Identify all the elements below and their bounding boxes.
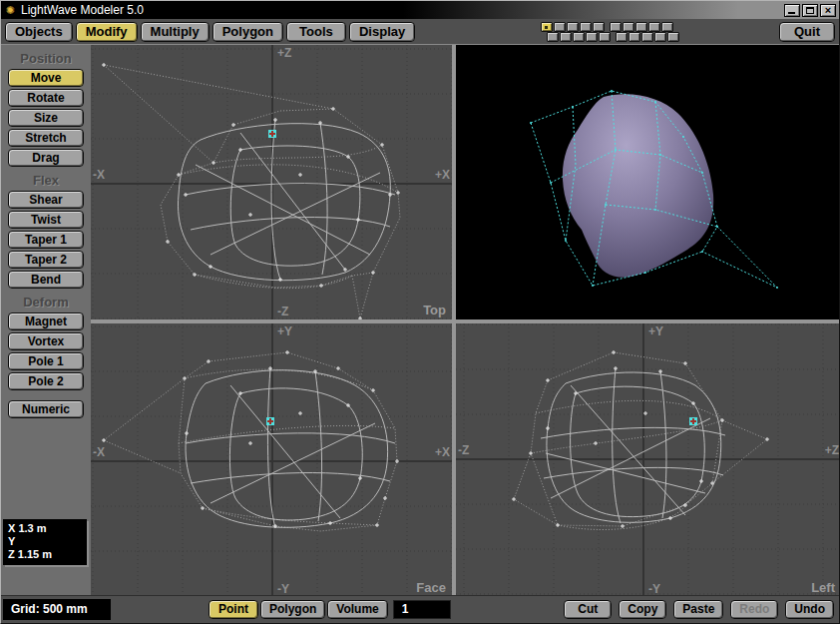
close-button[interactable]: × bbox=[820, 4, 836, 17]
tool-bend-button[interactable]: Bend bbox=[8, 271, 84, 289]
minimize-button[interactable] bbox=[784, 4, 800, 17]
axis-label-left: -X bbox=[93, 168, 105, 182]
layer-bg-2-button[interactable] bbox=[560, 32, 572, 42]
tool-stretch-button[interactable]: Stretch bbox=[8, 129, 84, 147]
copy-button[interactable]: Copy bbox=[619, 600, 666, 619]
cut-button[interactable]: Cut bbox=[564, 600, 612, 619]
maximize-icon bbox=[806, 7, 814, 14]
selection-count-field[interactable]: 1 bbox=[393, 600, 451, 619]
tool-size-button[interactable]: Size bbox=[8, 109, 84, 127]
layer-fg-9-button[interactable] bbox=[648, 22, 660, 32]
layer-fg-4-button[interactable] bbox=[580, 22, 592, 32]
numeric-button[interactable]: Numeric bbox=[8, 400, 84, 418]
axis-label-left: -Z bbox=[458, 443, 469, 457]
quit-button[interactable]: Quit bbox=[779, 22, 835, 42]
tool-magnet-button[interactable]: Magnet bbox=[8, 312, 84, 330]
axis-label-bottom: -Y bbox=[648, 582, 660, 596]
tool-taper-2-button[interactable]: Taper 2 bbox=[8, 251, 84, 269]
layer-bg-4-button[interactable] bbox=[586, 32, 598, 42]
tool-twist-button[interactable]: Twist bbox=[8, 211, 84, 229]
layer-row-background bbox=[547, 32, 680, 42]
maximize-button[interactable] bbox=[802, 4, 818, 17]
minimize-icon bbox=[788, 12, 795, 14]
layer-fg-1-button[interactable] bbox=[541, 22, 553, 32]
layer-fg-7-button[interactable] bbox=[623, 22, 634, 32]
layer-fg-5-button[interactable] bbox=[593, 22, 605, 32]
axis-label-top: +Y bbox=[277, 324, 292, 338]
group-header-deform: Deform bbox=[1, 295, 91, 310]
viewport-top[interactable]: +Z -Z -X +X Top bbox=[91, 45, 452, 319]
viewport-left[interactable]: +Y -Y -Z +Z Left bbox=[456, 323, 840, 597]
tool-rotate-button[interactable]: Rotate bbox=[8, 89, 84, 107]
viewport-face-canvas[interactable] bbox=[91, 323, 452, 597]
viewport-persp[interactable] bbox=[456, 45, 840, 319]
tab-modify[interactable]: Modify bbox=[76, 22, 138, 42]
layer-fg-10-button[interactable] bbox=[661, 22, 673, 32]
tool-move-button[interactable]: Move bbox=[8, 69, 84, 87]
layer-bg-1-button[interactable] bbox=[547, 32, 559, 42]
mode-polygon-button[interactable]: Polygon bbox=[260, 600, 325, 619]
layer-fg-8-button[interactable] bbox=[635, 22, 647, 32]
viewport-face[interactable]: +Y -Y -X +X Face bbox=[91, 323, 452, 597]
layer-fg-3-button[interactable] bbox=[567, 22, 579, 32]
layer-fg-2-button[interactable] bbox=[554, 22, 566, 32]
mode-volume-button[interactable]: Volume bbox=[327, 600, 387, 619]
window-controls: × bbox=[784, 4, 839, 17]
layer-row-foreground bbox=[541, 22, 680, 32]
tool-drag-button[interactable]: Drag bbox=[8, 149, 84, 167]
axis-label-right: +Z bbox=[825, 443, 839, 457]
window-title: LightWave Modeler 5.0 bbox=[21, 3, 144, 17]
sidebar: PositionMoveRotateSizeStretchDragFlexShe… bbox=[1, 45, 91, 597]
axis-label-bottom: -Y bbox=[277, 582, 289, 596]
app-icon: ✺ bbox=[4, 4, 16, 16]
viewport-left-canvas[interactable] bbox=[456, 323, 840, 597]
tool-taper-1-button[interactable]: Taper 1 bbox=[8, 231, 84, 249]
viewport-persp-canvas[interactable] bbox=[456, 45, 840, 319]
group-header-position: Position bbox=[1, 51, 91, 66]
axis-label-bottom: -Z bbox=[277, 305, 288, 318]
edit-actions: CutCopyPasteRedoUndo bbox=[564, 600, 834, 619]
layer-bg-3-button[interactable] bbox=[573, 32, 585, 42]
tab-objects[interactable]: Objects bbox=[5, 22, 73, 42]
tab-polygon[interactable]: Polygon bbox=[212, 22, 283, 42]
mode-point-button[interactable]: Point bbox=[209, 600, 258, 619]
coordinate-readout: X 1.3 mYZ 1.15 m bbox=[3, 519, 87, 565]
paste-button[interactable]: Paste bbox=[673, 600, 723, 619]
layer-bg-9-button[interactable] bbox=[654, 32, 666, 42]
tool-pole-1-button[interactable]: Pole 1 bbox=[8, 352, 84, 370]
layer-bg-8-button[interactable] bbox=[641, 32, 653, 42]
view-label: Left bbox=[811, 580, 835, 595]
close-icon: × bbox=[821, 4, 835, 16]
tool-vortex-button[interactable]: Vortex bbox=[8, 332, 84, 350]
layer-bg-10-button[interactable] bbox=[667, 32, 679, 42]
layer-bg-6-button[interactable] bbox=[616, 32, 628, 42]
view-label: Top bbox=[423, 303, 446, 317]
coord-line-2: Z 1.15 m bbox=[8, 548, 82, 561]
tab-display[interactable]: Display bbox=[349, 22, 415, 42]
redo-button: Redo bbox=[730, 600, 778, 619]
sidebar-groups: PositionMoveRotateSizeStretchDragFlexShe… bbox=[1, 51, 91, 390]
layer-bg-5-button[interactable] bbox=[599, 32, 611, 42]
axis-label-right: +X bbox=[435, 445, 450, 459]
tool-shear-button[interactable]: Shear bbox=[8, 191, 84, 209]
coord-line-1: Y bbox=[8, 535, 82, 548]
axis-label-top: +Z bbox=[277, 46, 291, 60]
coord-line-0: X 1.3 m bbox=[8, 522, 82, 535]
tool-pole-2-button[interactable]: Pole 2 bbox=[8, 372, 84, 390]
layer-fg-6-button[interactable] bbox=[610, 22, 622, 32]
axis-label-top: +Y bbox=[648, 324, 663, 338]
view-label: Face bbox=[416, 580, 446, 595]
menu-bar: ObjectsModifyMultiplyPolygonToolsDisplay… bbox=[1, 19, 839, 45]
axis-label-left: -X bbox=[93, 445, 105, 459]
axis-label-right: +X bbox=[435, 168, 450, 182]
title-bar: ✺ LightWave Modeler 5.0 × bbox=[1, 1, 839, 19]
layer-bg-7-button[interactable] bbox=[629, 32, 640, 42]
group-header-flex: Flex bbox=[1, 173, 91, 188]
app-window: ✺ LightWave Modeler 5.0 × ObjectsModifyM… bbox=[0, 0, 840, 624]
tab-tools[interactable]: Tools bbox=[286, 22, 346, 42]
tab-multiply[interactable]: Multiply bbox=[141, 22, 210, 42]
selection-modes: PointPolygonVolume bbox=[209, 600, 388, 619]
viewport-grid: +Z -Z -X +X Top +Y -Y -X +X Face +Y -Y -… bbox=[91, 45, 840, 597]
viewport-top-canvas[interactable] bbox=[91, 45, 452, 319]
undo-button[interactable]: Undo bbox=[785, 600, 834, 619]
